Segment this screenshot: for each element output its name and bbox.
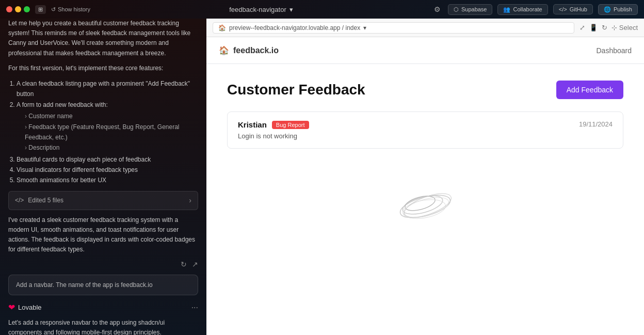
app-header: Customer Feedback Add Feedback: [227, 81, 623, 99]
show-history-label: Show history: [58, 6, 90, 12]
traffic-lights: [6, 6, 30, 12]
lovable-name-text: Lovable: [18, 302, 42, 313]
page-title: Customer Feedback: [227, 82, 365, 98]
brand-name: feedback.io: [233, 46, 279, 55]
list-item: Description: [25, 142, 198, 153]
show-history-button[interactable]: ↺ Show history: [51, 6, 90, 13]
expand-icon[interactable]: ⤢: [579, 24, 585, 31]
address-bar[interactable]: 🏠 preview--feedback-navigator.lovable.ap…: [213, 22, 574, 34]
chevron-right-icon: ›: [189, 195, 191, 206]
chat-user-input: Add a navbar. The name of the app is fee…: [8, 275, 198, 295]
select-label: Select: [619, 24, 638, 31]
browser-bar: 🏠 preview--feedback-navigator.lovable.ap…: [206, 19, 644, 37]
features-list: A clean feedback listing page with a pro…: [17, 78, 198, 186]
close-button[interactable]: [6, 6, 12, 12]
collaborate-icon: 👥: [503, 6, 510, 13]
history-icon: ↺: [51, 6, 56, 13]
app-name-label: feedback-navigator: [229, 6, 286, 13]
lovable-label: ❤ Lovable: [8, 301, 42, 314]
feedback-date: 19/11/2024: [579, 120, 613, 128]
chat-panel: Let me help you create a beautiful custo…: [0, 19, 206, 335]
list-item: Smooth animations for better UX: [17, 175, 198, 185]
list-item: Customer name: [25, 111, 198, 121]
feedback-card-left: Kristian Bug Report Login is not working: [238, 120, 309, 140]
globe-icon: 🌐: [604, 6, 611, 13]
top-bar-left: ⊞ ↺ Show history: [6, 5, 90, 14]
github-label: GitHub: [570, 6, 587, 12]
window-toggle-button[interactable]: ⊞: [35, 5, 46, 14]
brand-home-icon: 🏠: [219, 45, 229, 55]
chevron-down-icon: ▾: [289, 6, 293, 13]
preview-panel: 🏠 preview--feedback-navigator.lovable.ap…: [206, 19, 644, 335]
chat-response-1: I've created a sleek customer feedback t…: [8, 215, 198, 255]
supabase-button[interactable]: ⬡ Supabase: [448, 4, 493, 15]
refresh-icon[interactable]: ↻: [181, 260, 187, 268]
list-item: Feedback type (Feature Request, Bug Repo…: [25, 122, 198, 143]
svg-point-0: [398, 191, 453, 222]
refresh-browser-icon[interactable]: ↻: [602, 24, 607, 31]
app-brand: 🏠 feedback.io: [219, 45, 279, 55]
maximize-button[interactable]: [24, 6, 30, 12]
edited-files-bar-1[interactable]: </> Edited 5 files ›: [8, 191, 198, 210]
app-navbar: 🏠 feedback.io Dashboard: [206, 37, 644, 64]
more-options-button[interactable]: ···: [191, 303, 198, 312]
lovable-icon: ❤: [8, 301, 15, 314]
list-item: A clean feedback listing page with a pro…: [17, 78, 198, 100]
app-main: Customer Feedback Add Feedback Kristian …: [206, 64, 644, 275]
github-icon: </>: [559, 6, 567, 12]
feedback-card-header: Kristian Bug Report: [238, 120, 309, 129]
feedback-author: Kristian: [238, 120, 267, 129]
main-content: Let me help you create a beautiful custo…: [0, 19, 644, 335]
collaborate-label: Collaborate: [513, 6, 542, 12]
feedback-badge: Bug Report: [272, 121, 309, 129]
list-item: Visual indicators for different feedback…: [17, 165, 198, 175]
top-bar-right: ⚙ ⬡ Supabase 👥 Collaborate </> GitHub 🌐 …: [432, 4, 638, 15]
cursor-icon: ⊹: [611, 24, 617, 31]
top-bar: ⊞ ↺ Show history feedback-navigator ▾ ⚙ …: [0, 0, 644, 19]
select-button[interactable]: ⊹ Select: [611, 24, 638, 31]
spring-illustration: [394, 186, 456, 227]
feedback-description: Login is not working: [238, 132, 309, 140]
chat-features-intro: For this first version, let's implement …: [8, 63, 198, 73]
external-link-icon[interactable]: ↗: [192, 260, 198, 268]
edited-files-text-1: Edited 5 files: [28, 196, 63, 205]
publish-button[interactable]: 🌐 Publish: [598, 4, 638, 15]
lovable-header: ❤ Lovable ···: [8, 301, 198, 314]
supabase-icon: ⬡: [454, 6, 459, 13]
chevron-down-browser: ▾: [363, 24, 366, 31]
list-item: A form to add new feedback with:: [17, 100, 198, 110]
settings-icon[interactable]: ⚙: [432, 4, 443, 14]
browser-icons: ⤢ 📱 ↻ ⊹ Select: [579, 24, 638, 31]
chat-intro: Let me help you create a beautiful custo…: [8, 19, 198, 58]
minimize-button[interactable]: [15, 6, 21, 12]
github-button[interactable]: </> GitHub: [553, 4, 593, 14]
lovable-response-text: Let's add a responsive navbar to the app…: [8, 318, 198, 335]
collaborate-button[interactable]: 👥 Collaborate: [497, 4, 548, 15]
dashboard-nav-link[interactable]: Dashboard: [597, 46, 632, 55]
user-input-text: Add a navbar. The name of the app is fee…: [16, 281, 153, 289]
add-feedback-button[interactable]: Add Feedback: [556, 81, 623, 99]
feedback-card: Kristian Bug Report Login is not working…: [227, 111, 623, 149]
sub-features-list: Customer name Feedback type (Feature Req…: [25, 111, 198, 153]
mobile-icon[interactable]: 📱: [589, 24, 598, 31]
app-area: 🏠 feedback.io Dashboard Customer Feedbac…: [206, 37, 644, 335]
publish-label: Publish: [614, 6, 632, 12]
list-item: Beautiful cards to display each piece of…: [17, 154, 198, 165]
empty-state: [227, 155, 623, 258]
edited-files-label-1: </> Edited 5 files: [15, 196, 63, 205]
top-bar-center: feedback-navigator ▾: [229, 6, 293, 13]
code-icon: </>: [15, 196, 24, 205]
supabase-label: Supabase: [461, 6, 487, 12]
address-text: preview--feedback-navigator.lovable.app …: [229, 24, 360, 31]
chat-actions-1: ↻ ↗: [8, 260, 198, 268]
lovable-section: ❤ Lovable ··· Let's add a responsive nav…: [8, 301, 198, 335]
home-icon-browser: 🏠: [218, 24, 226, 31]
